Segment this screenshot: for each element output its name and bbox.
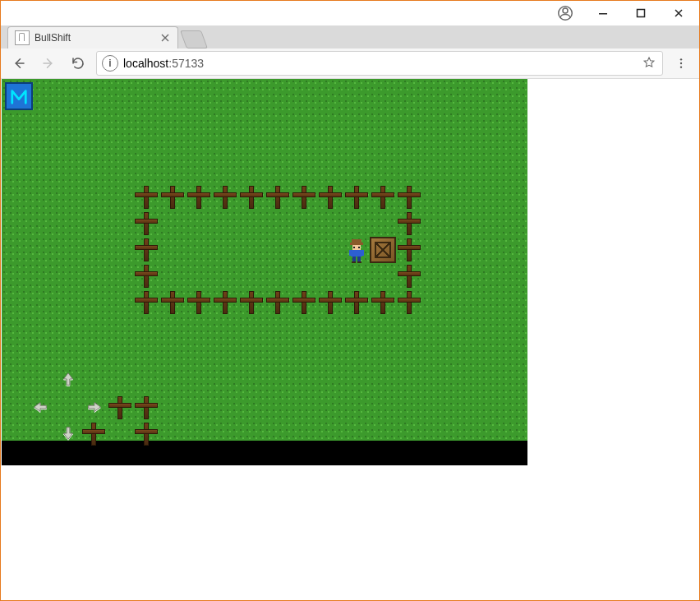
svg-point-6: [680, 66, 682, 67]
site-info-icon[interactable]: i: [102, 55, 118, 72]
crate[interactable]: [370, 237, 396, 263]
svg-rect-14: [362, 250, 364, 256]
svg-rect-3: [638, 10, 645, 17]
dpad-right-button[interactable]: [84, 396, 105, 418]
fence-tile: [133, 210, 159, 237]
fence-tile: [370, 184, 396, 210]
logo-m-icon: [10, 87, 28, 105]
svg-rect-16: [357, 257, 361, 261]
user-profile-icon[interactable]: [546, 1, 584, 25]
window-titlebar: [1, 1, 699, 25]
game-canvas[interactable]: [2, 79, 527, 465]
svg-rect-10: [353, 247, 355, 248]
dpad-up-button[interactable]: [58, 368, 79, 390]
fence-tile: [159, 184, 186, 210]
tab-title: BullShift: [35, 32, 154, 44]
fence-tile: [265, 289, 291, 316]
fence-tile: [291, 184, 317, 210]
window-maximize-button[interactable]: [622, 1, 660, 25]
svg-rect-18: [357, 261, 362, 263]
toolbar: i localhost:57133: [1, 49, 699, 79]
svg-rect-12: [351, 250, 362, 257]
arrow-right-icon: [85, 398, 104, 416]
fence-tile: [265, 184, 291, 210]
address-bar[interactable]: i localhost:57133: [96, 51, 663, 76]
window-close-button[interactable]: [660, 1, 698, 25]
svg-rect-13: [349, 250, 352, 256]
dpad: [26, 368, 191, 451]
player-sprite[interactable]: [343, 237, 370, 263]
fence-tile: [133, 289, 159, 316]
fence-tile: [317, 289, 343, 316]
tab-strip: BullShift: [1, 25, 699, 49]
page-viewport: [2, 79, 698, 599]
url-text: localhost:57133: [123, 57, 638, 70]
fence-tile: [212, 184, 238, 210]
page-icon: [15, 30, 30, 45]
svg-rect-15: [352, 257, 356, 261]
nav-forward-button[interactable]: [37, 52, 60, 75]
browser-tab[interactable]: BullShift: [7, 26, 178, 49]
arrow-down-icon: [59, 424, 77, 442]
fence-tile: [317, 184, 343, 210]
svg-point-4: [680, 58, 682, 60]
dpad-down-button[interactable]: [58, 423, 79, 444]
svg-point-0: [563, 8, 568, 13]
fence-tile: [370, 289, 396, 316]
url-host: localhost: [123, 57, 168, 70]
tab-close-button[interactable]: [159, 32, 171, 44]
fence-tile: [343, 289, 370, 316]
fence-tile: [396, 237, 422, 263]
fence-tile: [396, 210, 422, 237]
fence-tile: [291, 289, 317, 316]
url-port: :57133: [168, 57, 204, 70]
fence-tile: [133, 184, 159, 210]
fence-tile: [396, 289, 422, 316]
svg-rect-2: [599, 13, 607, 15]
fence-tile: [396, 263, 422, 289]
svg-rect-8: [350, 243, 363, 245]
fence-tile: [133, 237, 159, 263]
fence-tile: [238, 184, 265, 210]
svg-rect-11: [358, 247, 360, 248]
game-logo-badge[interactable]: [5, 82, 33, 110]
new-tab-button[interactable]: [180, 30, 208, 49]
arrow-left-icon: [31, 398, 49, 416]
fence-tile: [343, 184, 370, 210]
bookmark-star-icon[interactable]: [642, 56, 657, 71]
nav-reload-button[interactable]: [67, 52, 90, 75]
svg-rect-17: [352, 261, 356, 263]
window-minimize-button[interactable]: [584, 1, 622, 25]
fence-tile: [238, 289, 265, 316]
fence-tile: [159, 289, 186, 316]
fence-tile: [133, 263, 159, 289]
dpad-left-button[interactable]: [30, 396, 51, 418]
fence-tile: [186, 184, 212, 210]
fence-tile: [396, 184, 422, 210]
browser-menu-button[interactable]: [670, 52, 693, 75]
arrow-up-icon: [59, 370, 77, 388]
browser-window: BullShift i localhost:57133: [0, 0, 700, 601]
fence-tile: [212, 289, 238, 316]
fence-tile: [186, 289, 212, 316]
svg-point-5: [680, 62, 682, 64]
nav-back-button[interactable]: [7, 52, 30, 75]
